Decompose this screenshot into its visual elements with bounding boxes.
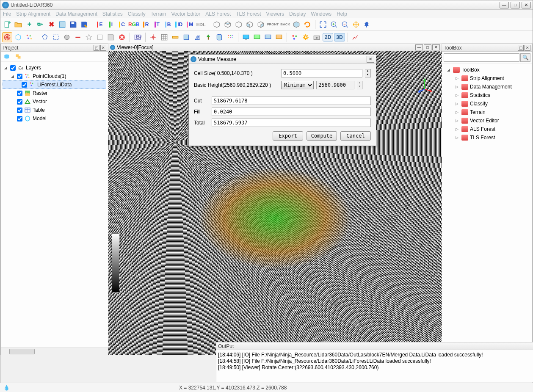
toolbox-classify[interactable]: ▷Classify [444,99,530,108]
menu-windows[interactable]: Windows [311,11,331,17]
toolbox-vector-editor[interactable]: ▷Vector Editor [444,116,530,125]
close-button[interactable]: ✕ [522,2,531,8]
tree-liforest[interactable]: LiForest.LiData [3,80,106,89]
menu-strip-alignment[interactable]: Strip Alignment [16,11,50,17]
cell-size-input[interactable] [281,69,362,77]
crosshair-icon[interactable] [148,32,158,42]
note-icon[interactable] [57,19,67,30]
monitor-4-icon[interactable] [274,32,284,42]
menu-vector-editor[interactable]: Vector Editor [171,11,201,17]
model-checkbox[interactable] [17,116,22,121]
zoom-out-icon[interactable] [340,19,350,30]
star-icon[interactable] [84,32,94,42]
rect-select-icon[interactable] [51,32,61,42]
project-undock-button[interactable]: ◰ [94,45,99,51]
cube-front-icon[interactable]: FRONT [267,19,279,30]
menu-statistics[interactable]: Statistics [102,11,123,17]
3d-button[interactable]: 3D [334,33,345,41]
menu-display[interactable]: Display [289,11,306,17]
open-icon[interactable] [13,19,23,30]
liforest-checkbox[interactable] [22,82,27,88]
monitor-2-icon[interactable] [252,32,262,42]
menu-file[interactable]: File [3,11,11,17]
menu-classify[interactable]: Classify [128,11,146,17]
pointclouds-checkbox[interactable] [17,74,22,79]
raster-checkbox[interactable] [17,91,22,96]
layers-checkbox[interactable] [10,65,16,71]
cube-right-icon[interactable] [256,19,266,30]
menu-viewers[interactable]: Viewers [266,11,284,17]
cell-size-spinner[interactable]: ▲▼ [365,69,371,77]
project-close-button[interactable]: ✕ [100,45,106,51]
toolbox-statistics[interactable]: ▷Statistics [444,91,530,99]
project-hscroll[interactable] [1,348,108,355]
chart-icon[interactable] [351,32,361,42]
compute-button[interactable]: Compute [307,131,337,141]
crop-icon[interactable] [95,32,105,42]
bat-icon[interactable]: BAT [133,32,143,42]
color-r-icon[interactable]: R [141,19,151,30]
2d-button[interactable]: 2D [323,33,333,41]
edl-icon[interactable]: EDL [196,19,206,30]
toolbox-data-management[interactable]: ▷Data Management [444,83,530,91]
tree-layers[interactable]: ◢ 🗂 Layers [3,63,106,72]
menu-data-management[interactable]: Data Management [55,11,97,17]
cube-full-icon[interactable] [291,19,301,30]
table-checkbox[interactable] [17,108,22,113]
vector-checkbox[interactable] [17,99,22,105]
toolbox-close-button[interactable]: ✕ [525,45,530,51]
color-rgb-icon[interactable]: RGB [128,19,140,30]
menu-als-forest[interactable]: ALS Forest [205,11,231,17]
dialog-close-button[interactable]: ✕ [367,56,374,63]
gear-icon[interactable] [301,32,311,42]
color-c-icon[interactable]: C [117,19,127,30]
tree-table[interactable]: Table [3,106,106,114]
cube-back-icon[interactable]: BACK [280,19,290,30]
rotate-icon[interactable] [302,19,312,30]
viewer-max-button[interactable]: □ [424,44,431,50]
monitor-1-icon[interactable] [241,32,251,42]
fit-icon[interactable] [318,19,328,30]
matrix-icon[interactable] [225,32,235,42]
cylinder-icon[interactable] [214,32,224,42]
cube-top-icon[interactable] [223,19,233,30]
merge-icon[interactable]: ⧉+ [35,19,45,30]
toolbox-als-forest[interactable]: ▷ALS Forest [444,125,530,133]
menu-terrain[interactable]: Terrain [151,11,166,17]
zoom-in-icon[interactable] [329,19,339,30]
cube-left-icon[interactable] [245,19,255,30]
select-scatter-icon[interactable] [24,32,34,42]
cancel-icon[interactable] [117,32,127,42]
toolbox-undock-button[interactable]: ◰ [518,45,524,51]
area-icon[interactable] [181,32,191,42]
toolbox-search-button[interactable]: 🔍 [520,53,530,62]
pin-icon[interactable] [362,19,372,30]
grid-icon[interactable] [159,32,169,42]
tree-pointclouds[interactable]: ◢ PointClouds(1) [3,72,106,80]
basic-height-input[interactable] [316,81,354,89]
select-hex-icon[interactable] [13,32,23,42]
viewer-min-button[interactable]: — [415,44,423,50]
select-radial-icon[interactable] [2,32,12,42]
color-id-icon[interactable]: ID [174,19,184,30]
ruler-icon[interactable] [170,32,180,42]
menu-help[interactable]: Help [337,11,347,17]
project-tb-1-icon[interactable] [2,52,12,62]
add-icon[interactable]: ✚ [24,19,34,30]
delete-icon[interactable]: ✖ [46,19,56,30]
monitor-3-icon[interactable] [263,32,273,42]
toolbox-search-input[interactable] [444,53,519,62]
tree-raster[interactable]: Raster [3,89,106,97]
toolbox-terrain[interactable]: ▷Terrain [444,108,530,116]
maximize-button[interactable]: □ [511,2,520,8]
save-icon[interactable] [68,19,78,30]
color-i-icon[interactable]: I [106,19,116,30]
tree-vector[interactable]: Vector [3,97,106,106]
cube-bottom-icon[interactable] [234,19,244,30]
toolbox-tls-forest[interactable]: ▷TLS Forest [444,133,530,142]
color-e-icon[interactable]: E [95,19,105,30]
toolbox-strip-alignment[interactable]: ▷Strip Alignment [444,74,530,83]
cube-iso-icon[interactable] [212,19,222,30]
project-tb-2-icon[interactable] [14,52,24,62]
cluster-icon[interactable] [290,32,300,42]
